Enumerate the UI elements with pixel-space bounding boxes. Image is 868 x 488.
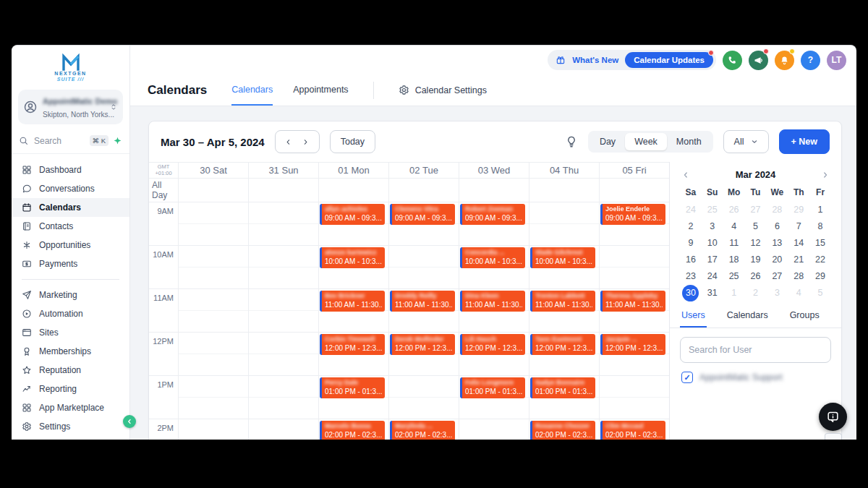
calendar-filter-select[interactable]: All <box>723 130 769 153</box>
event-block[interactable]: Clemens Vitra09:00 AM - 09:3... <box>390 204 455 225</box>
mini-cal-date[interactable]: 2 <box>745 285 767 301</box>
day-header-05-fri[interactable]: 05 Fri <box>599 163 669 178</box>
mini-cal-date[interactable]: 5 <box>745 218 767 235</box>
sidebar-item-app-marketplace[interactable]: App Marketplace <box>12 398 129 417</box>
view-week-button[interactable]: Week <box>625 133 667 150</box>
event-block[interactable]: alonzo kartewicz10:00 AM - 10:3... <box>320 247 385 268</box>
event-block[interactable]: Felix Longmore01:00 PM - 01:3... <box>460 377 525 398</box>
mini-cal-date[interactable]: 24 <box>702 268 723 285</box>
mini-cal-date[interactable]: 7 <box>788 218 809 235</box>
scroll-widget-button[interactable] <box>825 433 842 440</box>
sidebar-item-calendars[interactable]: Calendars <box>12 198 129 217</box>
sidebar-item-opportunities[interactable]: Opportunities <box>12 236 129 254</box>
whats-new-label[interactable]: What's New <box>572 56 618 64</box>
user-search-input[interactable] <box>680 337 831 363</box>
view-day-button[interactable]: Day <box>590 133 625 150</box>
tab-calendars[interactable]: Calendars <box>231 74 273 106</box>
new-appointment-button[interactable]: + New <box>779 129 830 154</box>
mini-cal-date[interactable]: 22 <box>809 252 831 268</box>
panel-tab-users[interactable]: Users <box>680 304 707 328</box>
sidebar-item-settings[interactable]: Settings <box>12 417 129 436</box>
event-block[interactable]: Bev Brickner11:00 AM - 11:30... <box>320 291 385 312</box>
sidebar-collapse-button[interactable] <box>123 415 136 428</box>
avatar[interactable]: LT <box>827 51 846 70</box>
mini-cal-date[interactable]: 12 <box>745 235 767 252</box>
day-header-01-mon[interactable]: 01 Mon <box>318 163 388 178</box>
help-icon-button[interactable]: ? <box>801 51 820 70</box>
next-month-button[interactable] <box>821 171 830 179</box>
sidebar-item-dashboard[interactable]: Dashboard <box>12 160 129 179</box>
event-block[interactable]: Slade Gilchrest10:00 AM - 10:3... <box>530 247 595 268</box>
event-block[interactable]: Marylinda ...02:00 PM - 02:3... <box>390 421 455 440</box>
mini-cal-date[interactable]: 9 <box>680 235 702 252</box>
mini-cal-date[interactable]: 15 <box>809 235 831 252</box>
day-header-02-tue[interactable]: 02 Tue <box>388 163 459 178</box>
allday-cell[interactable] <box>459 179 529 202</box>
mini-cal-date[interactable]: 20 <box>766 252 788 268</box>
mini-cal-date[interactable]: 6 <box>766 218 788 235</box>
mini-cal-date[interactable]: 27 <box>766 268 788 285</box>
mini-cal-date[interactable]: 28 <box>766 202 788 218</box>
event-block[interactable]: Corbin Timewell12:00 PM - 12:3... <box>320 334 385 355</box>
bell-icon-button[interactable] <box>775 51 794 70</box>
megaphone-icon-button[interactable] <box>749 51 768 70</box>
mini-cal-date[interactable]: 3 <box>766 285 788 301</box>
mini-cal-date[interactable]: 1 <box>809 202 831 218</box>
mini-cal-date[interactable]: 4 <box>788 285 809 301</box>
allday-cell[interactable] <box>318 179 388 202</box>
panel-tab-groups[interactable]: Groups <box>788 304 821 328</box>
mini-cal-date[interactable]: 14 <box>788 235 809 252</box>
event-block[interactable]: Dreddy Reilly11:00 AM - 11:30... <box>390 291 455 312</box>
user-checkbox[interactable]: ✓ <box>681 372 693 383</box>
mini-cal-date[interactable]: 25 <box>723 268 745 285</box>
tab-calendar-settings[interactable]: Calendar Settings <box>399 85 487 95</box>
ai-spark-icon[interactable] <box>113 136 122 145</box>
allday-cell[interactable] <box>248 179 318 202</box>
prev-week-button[interactable] <box>284 138 292 146</box>
mini-cal-date[interactable]: 23 <box>680 268 702 285</box>
mini-cal-date[interactable]: 19 <box>745 252 767 268</box>
user-list-item[interactable]: ✓ AppointMatic Support <box>670 370 841 385</box>
calendar-updates-button[interactable]: Calendar Updates <box>625 52 713 68</box>
mini-cal-date[interactable]: 18 <box>723 252 745 268</box>
day-header-03-wed[interactable]: 03 Wed <box>459 163 529 178</box>
event-block[interactable]: Dina Kleen11:00 AM - 11:30... <box>460 291 525 312</box>
event-block[interactable]: Clim Mccaul02:00 PM - 02:3... <box>600 421 665 440</box>
day-header-04-thu[interactable]: 04 Thu <box>529 163 599 178</box>
next-week-button[interactable] <box>302 138 310 146</box>
view-month-button[interactable]: Month <box>667 133 711 150</box>
sidebar-item-reputation[interactable]: Reputation <box>12 361 129 380</box>
sidebar-item-automation[interactable]: Automation <box>12 304 129 323</box>
mini-cal-date[interactable]: 8 <box>809 218 831 235</box>
event-block[interactable]: Robert Zoeman09:00 AM - 09:3... <box>460 204 525 225</box>
event-block[interactable]: Jacquie ...12:00 PM - 12:3... <box>600 334 665 355</box>
sidebar-item-contacts[interactable]: Contacts <box>12 217 129 236</box>
event-block[interactable]: Sadye Bonnaire01:00 PM - 01:3... <box>530 377 595 398</box>
today-button[interactable]: Today <box>330 130 375 153</box>
mini-cal-date[interactable]: 29 <box>788 202 809 218</box>
mini-cal-date[interactable]: 28 <box>788 268 809 285</box>
event-block[interactable]: Marcelo Bussa02:00 PM - 02:3... <box>320 421 385 440</box>
sidebar-item-marketing[interactable]: Marketing <box>12 286 129 304</box>
mini-cal-date-selected[interactable]: 30 <box>682 285 699 301</box>
tab-appointments[interactable]: Appointments <box>293 74 348 106</box>
event-block[interactable]: Concordia ...10:00 AM - 10:3... <box>460 247 525 268</box>
allday-cell[interactable] <box>529 179 599 202</box>
lightbulb-icon[interactable] <box>565 135 578 148</box>
mini-cal-date[interactable]: 29 <box>809 268 831 285</box>
mini-cal-date[interactable]: 1 <box>723 285 745 301</box>
mini-cal-date[interactable]: 26 <box>745 268 767 285</box>
event-block[interactable]: allyn achioles09:00 AM - 09:3... <box>320 204 385 225</box>
day-header-31-sun[interactable]: 31 Sun <box>248 163 318 178</box>
allday-cell[interactable] <box>388 179 459 202</box>
sidebar-item-conversations[interactable]: Conversations <box>12 179 129 198</box>
account-switcher[interactable]: AppointMatic Demo Skipton, North Yorks..… <box>18 90 123 124</box>
mini-cal-date[interactable]: 16 <box>680 252 702 268</box>
sidebar-item-reporting[interactable]: Reporting <box>12 380 129 398</box>
mini-cal-date[interactable]: 27 <box>745 202 767 218</box>
chat-widget-button[interactable] <box>819 403 847 431</box>
event-block[interactable]: Trenton Labbott11:00 AM - 11:30... <box>530 291 595 312</box>
event-block[interactable]: Rosanne Chezzer02:00 PM - 02:3... <box>530 421 595 440</box>
mini-cal-date[interactable]: 4 <box>723 218 745 235</box>
day-header-30-sat[interactable]: 30 Sat <box>178 163 248 178</box>
